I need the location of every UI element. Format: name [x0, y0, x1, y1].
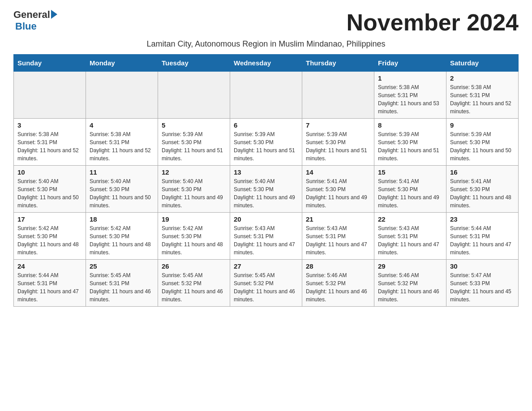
calendar-cell: 2Sunrise: 5:38 AMSunset: 5:31 PMDaylight…	[446, 72, 519, 119]
calendar-week-row: 3Sunrise: 5:38 AMSunset: 5:31 PMDaylight…	[14, 119, 519, 166]
day-number: 15	[378, 168, 442, 176]
day-number: 5	[162, 121, 226, 129]
calendar-week-row: 1Sunrise: 5:38 AMSunset: 5:31 PMDaylight…	[14, 72, 519, 119]
calendar-day-header-thursday: Thursday	[302, 55, 374, 72]
day-number: 1	[378, 74, 442, 82]
calendar-cell	[302, 72, 374, 119]
calendar-cell: 1Sunrise: 5:38 AMSunset: 5:31 PMDaylight…	[374, 72, 446, 119]
day-number: 29	[378, 262, 442, 270]
calendar-cell: 4Sunrise: 5:38 AMSunset: 5:31 PMDaylight…	[86, 119, 158, 166]
calendar-day-header-wednesday: Wednesday	[230, 55, 302, 72]
calendar-header-row: SundayMondayTuesdayWednesdayThursdayFrid…	[14, 55, 519, 72]
calendar-cell: 13Sunrise: 5:40 AMSunset: 5:30 PMDayligh…	[230, 166, 302, 213]
day-info: Sunrise: 5:46 AMSunset: 5:32 PMDaylight:…	[306, 271, 370, 304]
calendar-cell	[14, 72, 86, 119]
day-number: 12	[162, 168, 226, 176]
calendar-cell: 16Sunrise: 5:41 AMSunset: 5:30 PMDayligh…	[446, 166, 519, 213]
calendar-cell: 19Sunrise: 5:42 AMSunset: 5:30 PMDayligh…	[158, 213, 230, 260]
day-info: Sunrise: 5:40 AMSunset: 5:30 PMDaylight:…	[17, 177, 82, 210]
calendar-cell: 22Sunrise: 5:43 AMSunset: 5:31 PMDayligh…	[374, 213, 446, 260]
day-number: 16	[450, 168, 515, 176]
day-number: 17	[17, 215, 82, 223]
calendar-cell: 3Sunrise: 5:38 AMSunset: 5:31 PMDaylight…	[14, 119, 86, 166]
calendar-cell: 20Sunrise: 5:43 AMSunset: 5:31 PMDayligh…	[230, 213, 302, 260]
day-info: Sunrise: 5:43 AMSunset: 5:31 PMDaylight:…	[306, 224, 370, 257]
calendar-cell	[230, 72, 302, 119]
day-number: 24	[17, 262, 82, 270]
day-number: 13	[234, 168, 298, 176]
day-number: 2	[450, 74, 515, 82]
calendar-cell: 12Sunrise: 5:40 AMSunset: 5:30 PMDayligh…	[158, 166, 230, 213]
day-number: 9	[450, 121, 515, 129]
day-info: Sunrise: 5:39 AMSunset: 5:30 PMDaylight:…	[378, 130, 442, 163]
day-number: 28	[306, 262, 370, 270]
page-subtitle: Lamitan City, Autonomous Region in Musli…	[13, 39, 519, 49]
day-info: Sunrise: 5:43 AMSunset: 5:31 PMDaylight:…	[378, 224, 442, 257]
calendar-cell: 8Sunrise: 5:39 AMSunset: 5:30 PMDaylight…	[374, 119, 446, 166]
day-info: Sunrise: 5:45 AMSunset: 5:32 PMDaylight:…	[234, 271, 298, 304]
day-number: 14	[306, 168, 370, 176]
day-info: Sunrise: 5:38 AMSunset: 5:31 PMDaylight:…	[90, 130, 154, 163]
calendar-cell	[86, 72, 158, 119]
calendar-cell: 6Sunrise: 5:39 AMSunset: 5:30 PMDaylight…	[230, 119, 302, 166]
day-info: Sunrise: 5:40 AMSunset: 5:30 PMDaylight:…	[234, 177, 298, 210]
calendar-cell: 14Sunrise: 5:41 AMSunset: 5:30 PMDayligh…	[302, 166, 374, 213]
day-number: 27	[234, 262, 298, 270]
day-info: Sunrise: 5:41 AMSunset: 5:30 PMDaylight:…	[378, 177, 442, 210]
calendar-week-row: 24Sunrise: 5:44 AMSunset: 5:31 PMDayligh…	[14, 260, 519, 307]
calendar-cell: 18Sunrise: 5:42 AMSunset: 5:30 PMDayligh…	[86, 213, 158, 260]
calendar-cell: 21Sunrise: 5:43 AMSunset: 5:31 PMDayligh…	[302, 213, 374, 260]
day-number: 26	[162, 262, 226, 270]
day-number: 22	[378, 215, 442, 223]
calendar-cell: 9Sunrise: 5:39 AMSunset: 5:30 PMDaylight…	[446, 119, 519, 166]
calendar-cell: 10Sunrise: 5:40 AMSunset: 5:30 PMDayligh…	[14, 166, 86, 213]
calendar-day-header-tuesday: Tuesday	[158, 55, 230, 72]
day-number: 11	[90, 168, 154, 176]
day-info: Sunrise: 5:45 AMSunset: 5:31 PMDaylight:…	[90, 271, 154, 304]
logo: General Blue	[13, 9, 57, 32]
day-number: 7	[306, 121, 370, 129]
calendar-week-row: 10Sunrise: 5:40 AMSunset: 5:30 PMDayligh…	[14, 166, 519, 213]
calendar-day-header-saturday: Saturday	[446, 55, 519, 72]
calendar-cell: 11Sunrise: 5:40 AMSunset: 5:30 PMDayligh…	[86, 166, 158, 213]
day-info: Sunrise: 5:38 AMSunset: 5:31 PMDaylight:…	[17, 130, 82, 163]
day-info: Sunrise: 5:44 AMSunset: 5:31 PMDaylight:…	[17, 271, 82, 304]
day-number: 3	[17, 121, 82, 129]
day-info: Sunrise: 5:39 AMSunset: 5:30 PMDaylight:…	[306, 130, 370, 163]
calendar-cell: 7Sunrise: 5:39 AMSunset: 5:30 PMDaylight…	[302, 119, 374, 166]
calendar-cell: 28Sunrise: 5:46 AMSunset: 5:32 PMDayligh…	[302, 260, 374, 307]
day-info: Sunrise: 5:41 AMSunset: 5:30 PMDaylight:…	[450, 177, 515, 210]
day-info: Sunrise: 5:40 AMSunset: 5:30 PMDaylight:…	[90, 177, 154, 210]
day-number: 21	[306, 215, 370, 223]
calendar-day-header-friday: Friday	[374, 55, 446, 72]
day-number: 25	[90, 262, 154, 270]
day-info: Sunrise: 5:41 AMSunset: 5:30 PMDaylight:…	[306, 177, 370, 210]
day-number: 6	[234, 121, 298, 129]
calendar-week-row: 17Sunrise: 5:42 AMSunset: 5:30 PMDayligh…	[14, 213, 519, 260]
calendar-cell: 23Sunrise: 5:44 AMSunset: 5:31 PMDayligh…	[446, 213, 519, 260]
day-info: Sunrise: 5:39 AMSunset: 5:30 PMDaylight:…	[450, 130, 515, 163]
day-number: 23	[450, 215, 515, 223]
day-info: Sunrise: 5:40 AMSunset: 5:30 PMDaylight:…	[162, 177, 226, 210]
calendar-cell: 26Sunrise: 5:45 AMSunset: 5:32 PMDayligh…	[158, 260, 230, 307]
day-info: Sunrise: 5:42 AMSunset: 5:30 PMDaylight:…	[162, 224, 226, 257]
day-info: Sunrise: 5:47 AMSunset: 5:33 PMDaylight:…	[450, 271, 515, 304]
calendar-cell	[158, 72, 230, 119]
calendar-cell: 5Sunrise: 5:39 AMSunset: 5:30 PMDaylight…	[158, 119, 230, 166]
calendar-cell: 24Sunrise: 5:44 AMSunset: 5:31 PMDayligh…	[14, 260, 86, 307]
calendar-cell: 27Sunrise: 5:45 AMSunset: 5:32 PMDayligh…	[230, 260, 302, 307]
calendar-day-header-sunday: Sunday	[14, 55, 86, 72]
day-info: Sunrise: 5:44 AMSunset: 5:31 PMDaylight:…	[450, 224, 515, 257]
calendar-cell: 15Sunrise: 5:41 AMSunset: 5:30 PMDayligh…	[374, 166, 446, 213]
calendar-cell: 29Sunrise: 5:46 AMSunset: 5:32 PMDayligh…	[374, 260, 446, 307]
logo-blue-text: Blue	[15, 21, 37, 32]
logo-general-text: General	[13, 9, 50, 21]
day-info: Sunrise: 5:43 AMSunset: 5:31 PMDaylight:…	[234, 224, 298, 257]
calendar-day-header-monday: Monday	[86, 55, 158, 72]
logo-arrow-icon	[51, 10, 57, 19]
day-info: Sunrise: 5:39 AMSunset: 5:30 PMDaylight:…	[162, 130, 226, 163]
day-number: 18	[90, 215, 154, 223]
day-info: Sunrise: 5:38 AMSunset: 5:31 PMDaylight:…	[450, 83, 515, 116]
day-number: 30	[450, 262, 515, 270]
day-number: 8	[378, 121, 442, 129]
